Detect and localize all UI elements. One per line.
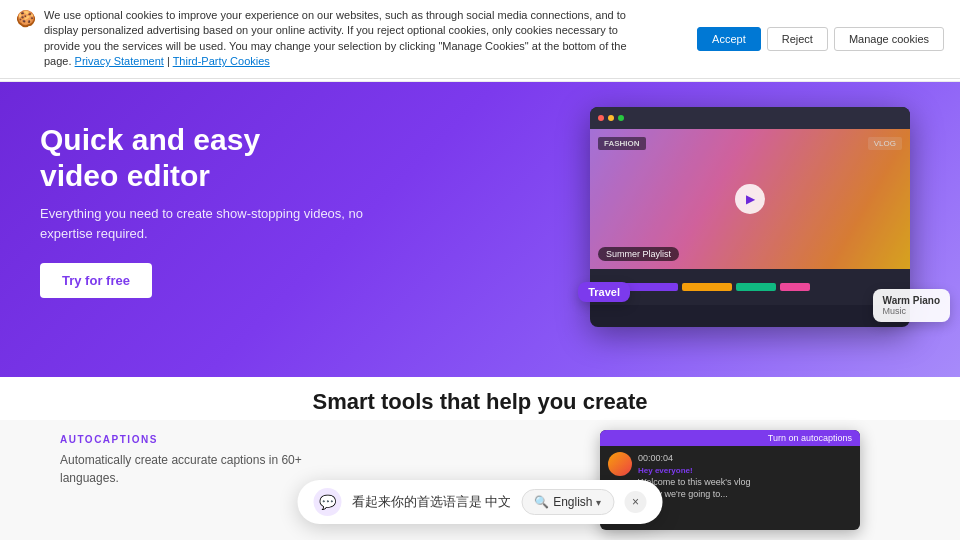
hero-title: Quick and easy video editor (40, 122, 380, 194)
close-dot (598, 115, 604, 121)
minimize-dot (608, 115, 614, 121)
autocaptions-description: Automatically create accurate captions i… (60, 451, 320, 487)
editor-mockup: FASHION VLOG ▶ Summer Playlist (590, 107, 910, 327)
editor-timeline (590, 269, 910, 305)
privacy-link[interactable]: Privacy Statement (75, 55, 164, 67)
maximize-dot (618, 115, 624, 121)
preview-name: Hey everyone! (638, 465, 751, 476)
third-party-link[interactable]: Third-Party Cookies (173, 55, 270, 67)
language-chevron-icon: ▾ (596, 497, 601, 508)
cookie-banner-left: 🍪 We use optional cookies to improve you… (16, 8, 636, 70)
autocaptions-left: AUTOCAPTIONS Automatically create accura… (60, 434, 320, 487)
timeline-bar-extra (780, 283, 810, 291)
autocaptions-toggle[interactable]: Turn on autocaptions (600, 430, 860, 446)
music-sub-label: Music (883, 306, 940, 316)
language-detection-banner: 💬 看起来你的首选语言是 中文 🔍 English ▾ × (298, 480, 663, 524)
travel-label: Travel (588, 286, 620, 298)
accept-button[interactable]: Accept (697, 27, 761, 51)
smart-tools-section: Smart tools that help you create (0, 377, 960, 421)
warm-piano-label: Warm Piano (883, 295, 940, 306)
timeline-bar-audio (682, 283, 732, 291)
cookie-text: We use optional cookies to improve your … (44, 8, 636, 70)
hero-content: Quick and easy video editor Everything y… (40, 122, 380, 298)
hero-section: Quick and easy video editor Everything y… (0, 82, 960, 377)
cookie-banner: 🍪 We use optional cookies to improve you… (0, 0, 960, 79)
hero-image: FASHION VLOG ▶ Summer Playlist Travel Wa… (550, 92, 960, 372)
timeline-bar-text (736, 283, 776, 291)
travel-float-card: Travel (578, 282, 630, 302)
language-banner-close-button[interactable]: × (624, 491, 646, 513)
editor-preview: FASHION VLOG ▶ Summer Playlist (590, 129, 910, 269)
playlist-label: Summer Playlist (598, 247, 679, 261)
language-detection-text: 看起来你的首选语言是 中文 (352, 493, 512, 511)
preview-timestamp: 00:00:04 (638, 452, 751, 465)
language-icon: 💬 (314, 488, 342, 516)
search-icon: 🔍 (534, 495, 549, 509)
smart-tools-title: Smart tools that help you create (0, 389, 960, 415)
selected-language: English (553, 495, 592, 509)
autocaptions-label: AUTOCAPTIONS (60, 434, 320, 445)
reject-button[interactable]: Reject (767, 27, 828, 51)
music-float-card: Warm Piano Music (873, 289, 950, 322)
cookie-icon: 🍪 (16, 9, 36, 28)
preview-avatar (608, 452, 632, 476)
language-selector[interactable]: 🔍 English ▾ (521, 489, 614, 515)
play-button-icon[interactable]: ▶ (735, 184, 765, 214)
try-for-free-hero-button[interactable]: Try for free (40, 263, 152, 298)
editor-top-bar (590, 107, 910, 129)
manage-cookies-button[interactable]: Manage cookies (834, 27, 944, 51)
hero-subtitle: Everything you need to create show-stopp… (40, 204, 380, 243)
cookie-buttons: Accept Reject Manage cookies (697, 27, 944, 51)
